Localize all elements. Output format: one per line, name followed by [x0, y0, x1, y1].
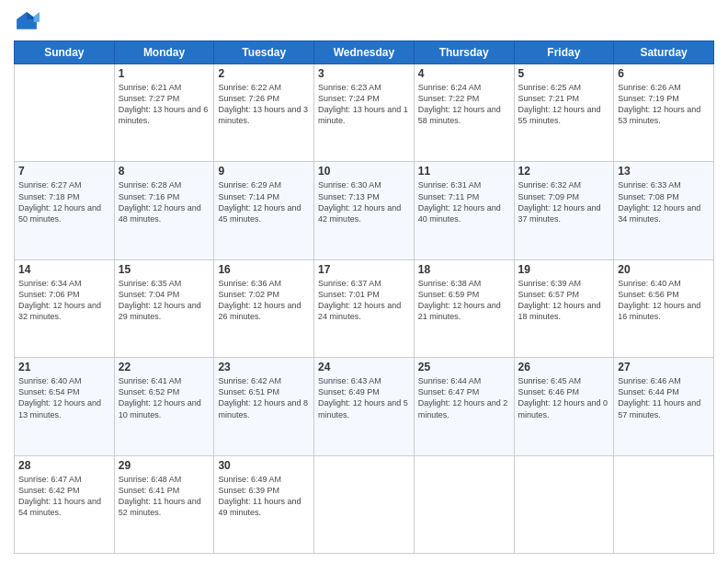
day-number: 30: [218, 459, 310, 472]
col-header-sunday: Sunday: [15, 41, 115, 64]
logo-icon: [14, 9, 40, 35]
day-cell: 21Sunrise: 6:40 AMSunset: 6:54 PMDayligh…: [15, 358, 115, 455]
day-number: 10: [318, 165, 410, 178]
day-detail: Sunrise: 6:49 AMSunset: 6:39 PMDaylight:…: [218, 474, 310, 519]
svg-marker-2: [34, 12, 40, 22]
day-detail: Sunrise: 6:26 AMSunset: 7:19 PMDaylight:…: [618, 82, 710, 127]
day-detail: Sunrise: 6:30 AMSunset: 7:13 PMDaylight:…: [318, 179, 410, 224]
week-row-1: 1Sunrise: 6:21 AMSunset: 7:27 PMDaylight…: [15, 64, 714, 162]
day-cell: 7Sunrise: 6:27 AMSunset: 7:18 PMDaylight…: [15, 162, 115, 259]
day-number: 16: [218, 263, 310, 276]
day-number: 11: [418, 165, 510, 178]
header-row: SundayMondayTuesdayWednesdayThursdayFrid…: [15, 41, 714, 64]
day-detail: Sunrise: 6:36 AMSunset: 7:02 PMDaylight:…: [218, 278, 310, 323]
day-cell: [614, 455, 714, 553]
day-cell: 14Sunrise: 6:34 AMSunset: 7:06 PMDayligh…: [15, 259, 115, 357]
day-detail: Sunrise: 6:25 AMSunset: 7:21 PMDaylight:…: [518, 82, 610, 127]
day-detail: Sunrise: 6:24 AMSunset: 7:22 PMDaylight:…: [418, 82, 510, 127]
day-number: 23: [218, 361, 310, 373]
day-cell: 17Sunrise: 6:37 AMSunset: 7:01 PMDayligh…: [314, 259, 415, 357]
day-detail: Sunrise: 6:27 AMSunset: 7:18 PMDaylight:…: [18, 179, 110, 224]
day-detail: Sunrise: 6:42 AMSunset: 6:51 PMDaylight:…: [218, 375, 310, 420]
day-detail: Sunrise: 6:38 AMSunset: 6:59 PMDaylight:…: [418, 278, 510, 323]
day-cell: 8Sunrise: 6:28 AMSunset: 7:16 PMDaylight…: [114, 162, 214, 259]
day-cell: [314, 455, 415, 553]
day-number: 28: [18, 459, 110, 472]
day-number: 2: [218, 67, 310, 80]
day-number: 18: [418, 263, 510, 276]
day-detail: Sunrise: 6:44 AMSunset: 6:47 PMDaylight:…: [418, 375, 510, 420]
day-detail: Sunrise: 6:28 AMSunset: 7:16 PMDaylight:…: [119, 179, 210, 224]
day-number: 26: [518, 361, 610, 373]
day-cell: 19Sunrise: 6:39 AMSunset: 6:57 PMDayligh…: [514, 259, 614, 357]
day-detail: Sunrise: 6:45 AMSunset: 6:46 PMDaylight:…: [518, 375, 610, 420]
logo: [14, 9, 43, 35]
day-cell: [15, 64, 115, 162]
day-cell: 25Sunrise: 6:44 AMSunset: 6:47 PMDayligh…: [414, 358, 514, 455]
day-number: 15: [119, 263, 210, 276]
col-header-monday: Monday: [114, 41, 214, 64]
day-cell: 20Sunrise: 6:40 AMSunset: 6:56 PMDayligh…: [614, 259, 714, 357]
day-cell: 9Sunrise: 6:29 AMSunset: 7:14 PMDaylight…: [214, 162, 314, 259]
day-number: 4: [418, 67, 510, 80]
col-header-thursday: Thursday: [414, 41, 514, 64]
day-number: 22: [119, 361, 210, 373]
day-detail: Sunrise: 6:39 AMSunset: 6:57 PMDaylight:…: [518, 278, 610, 323]
day-number: 24: [318, 361, 410, 373]
col-header-friday: Friday: [514, 41, 614, 64]
day-detail: Sunrise: 6:33 AMSunset: 7:08 PMDaylight:…: [618, 179, 710, 224]
day-cell: 23Sunrise: 6:42 AMSunset: 6:51 PMDayligh…: [214, 358, 314, 455]
day-detail: Sunrise: 6:43 AMSunset: 6:49 PMDaylight:…: [318, 375, 410, 420]
day-number: 27: [618, 361, 710, 373]
day-number: 6: [618, 67, 710, 80]
week-row-3: 14Sunrise: 6:34 AMSunset: 7:06 PMDayligh…: [15, 259, 714, 357]
day-detail: Sunrise: 6:40 AMSunset: 6:54 PMDaylight:…: [18, 375, 110, 420]
day-detail: Sunrise: 6:32 AMSunset: 7:09 PMDaylight:…: [518, 179, 610, 224]
day-detail: Sunrise: 6:37 AMSunset: 7:01 PMDaylight:…: [318, 278, 410, 323]
day-number: 14: [18, 263, 110, 276]
day-detail: Sunrise: 6:48 AMSunset: 6:41 PMDaylight:…: [119, 474, 210, 519]
day-cell: 5Sunrise: 6:25 AMSunset: 7:21 PMDaylight…: [514, 64, 614, 162]
day-number: 12: [518, 165, 610, 178]
day-number: 1: [119, 67, 210, 80]
day-number: 29: [119, 459, 210, 472]
day-number: 19: [518, 263, 610, 276]
col-header-tuesday: Tuesday: [214, 41, 314, 64]
day-cell: 30Sunrise: 6:49 AMSunset: 6:39 PMDayligh…: [214, 455, 314, 553]
day-cell: 15Sunrise: 6:35 AMSunset: 7:04 PMDayligh…: [114, 259, 214, 357]
day-cell: 10Sunrise: 6:30 AMSunset: 7:13 PMDayligh…: [314, 162, 415, 259]
day-detail: Sunrise: 6:31 AMSunset: 7:11 PMDaylight:…: [418, 179, 510, 224]
day-cell: 13Sunrise: 6:33 AMSunset: 7:08 PMDayligh…: [614, 162, 714, 259]
day-detail: Sunrise: 6:46 AMSunset: 6:44 PMDaylight:…: [618, 375, 710, 420]
day-cell: 28Sunrise: 6:47 AMSunset: 6:42 PMDayligh…: [15, 455, 115, 553]
day-detail: Sunrise: 6:23 AMSunset: 7:24 PMDaylight:…: [318, 82, 410, 127]
day-cell: 18Sunrise: 6:38 AMSunset: 6:59 PMDayligh…: [414, 259, 514, 357]
col-header-saturday: Saturday: [614, 41, 714, 64]
day-cell: 26Sunrise: 6:45 AMSunset: 6:46 PMDayligh…: [514, 358, 614, 455]
day-detail: Sunrise: 6:34 AMSunset: 7:06 PMDaylight:…: [18, 278, 110, 323]
day-detail: Sunrise: 6:40 AMSunset: 6:56 PMDaylight:…: [618, 278, 710, 323]
day-number: 3: [318, 67, 410, 80]
day-cell: 24Sunrise: 6:43 AMSunset: 6:49 PMDayligh…: [314, 358, 415, 455]
week-row-5: 28Sunrise: 6:47 AMSunset: 6:42 PMDayligh…: [15, 455, 714, 553]
day-cell: 27Sunrise: 6:46 AMSunset: 6:44 PMDayligh…: [614, 358, 714, 455]
day-cell: 6Sunrise: 6:26 AMSunset: 7:19 PMDaylight…: [614, 64, 714, 162]
day-cell: 1Sunrise: 6:21 AMSunset: 7:27 PMDaylight…: [114, 64, 214, 162]
day-number: 7: [18, 165, 110, 178]
header: [14, 9, 714, 35]
day-cell: 3Sunrise: 6:23 AMSunset: 7:24 PMDaylight…: [314, 64, 415, 162]
day-cell: [514, 455, 614, 553]
day-detail: Sunrise: 6:47 AMSunset: 6:42 PMDaylight:…: [18, 474, 110, 519]
calendar-table: SundayMondayTuesdayWednesdayThursdayFrid…: [14, 40, 714, 554]
day-detail: Sunrise: 6:22 AMSunset: 7:26 PMDaylight:…: [218, 82, 310, 127]
day-number: 17: [318, 263, 410, 276]
day-number: 9: [218, 165, 310, 178]
day-cell: 11Sunrise: 6:31 AMSunset: 7:11 PMDayligh…: [414, 162, 514, 259]
week-row-2: 7Sunrise: 6:27 AMSunset: 7:18 PMDaylight…: [15, 162, 714, 259]
day-detail: Sunrise: 6:41 AMSunset: 6:52 PMDaylight:…: [119, 375, 210, 420]
day-detail: Sunrise: 6:29 AMSunset: 7:14 PMDaylight:…: [218, 179, 310, 224]
day-cell: 4Sunrise: 6:24 AMSunset: 7:22 PMDaylight…: [414, 64, 514, 162]
day-cell: 22Sunrise: 6:41 AMSunset: 6:52 PMDayligh…: [114, 358, 214, 455]
day-detail: Sunrise: 6:35 AMSunset: 7:04 PMDaylight:…: [119, 278, 210, 323]
page: SundayMondayTuesdayWednesdayThursdayFrid…: [0, 0, 728, 563]
